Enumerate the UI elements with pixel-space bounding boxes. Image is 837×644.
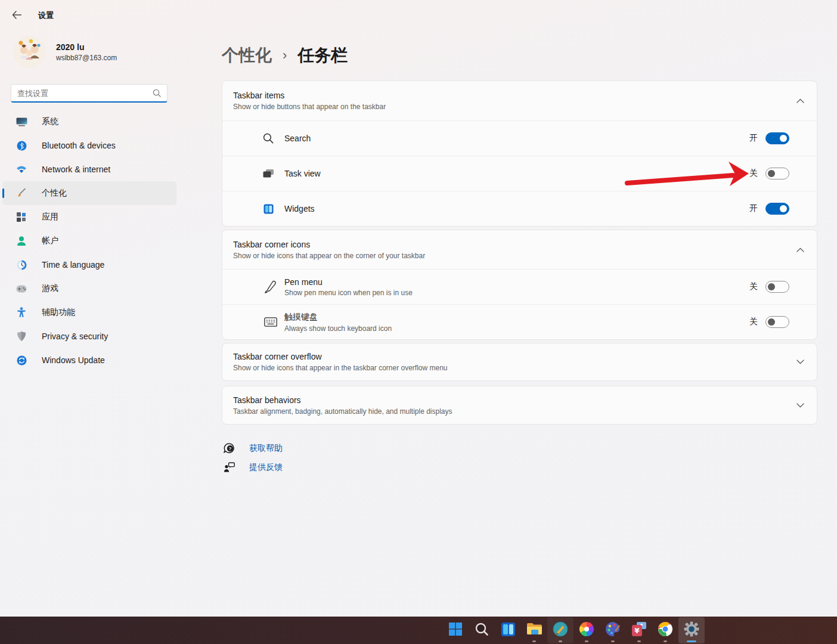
feedback-icon [223, 462, 235, 473]
settings-window: 设置 2020 lu wslbb87@163.com [0, 0, 837, 644]
taskbar-behaviors-card: Taskbar behaviors Taskbar alignment, bad… [222, 386, 817, 425]
chevron-up-icon[interactable] [792, 92, 808, 109]
give-feedback-link[interactable]: 提供反馈 [223, 462, 283, 473]
sidebar: 2020 lu wslbb87@163.com 系统 Bluetooth & [0, 0, 179, 617]
row-description: Always show touch keyboard icon [284, 324, 392, 333]
palette-app-button[interactable] [600, 617, 626, 643]
toggle-zone: 关 [749, 281, 789, 293]
toggle-zone: 关 [749, 168, 789, 179]
pencil-app-button[interactable] [547, 617, 574, 643]
section-title: Taskbar corner overflow [233, 352, 448, 361]
time-language-icon [16, 259, 27, 271]
bluetooth-icon [16, 140, 27, 151]
user-account-card[interactable]: 2020 lu wslbb87@163.com [13, 36, 117, 68]
search-input[interactable] [11, 89, 153, 98]
sidebar-item-accounts[interactable]: 帐户 [2, 229, 176, 253]
sidebar-item-bluetooth-devices[interactable]: Bluetooth & devices [2, 134, 176, 157]
toggle-state-label: 关 [749, 317, 758, 327]
network-icon [16, 163, 27, 175]
breadcrumb-personalization[interactable]: 个性化 [222, 44, 272, 67]
taskbar-search-icon [475, 622, 489, 639]
toggle-state-label: 开 [749, 133, 758, 144]
help-links: ? 获取帮助 提供反馈 [223, 442, 283, 473]
sidebar-nav: 系统 Bluetooth & devices Network & interne… [2, 110, 176, 372]
search-toggle-row: Search 开 [222, 120, 817, 156]
touch-keyboard-toggle[interactable] [765, 316, 789, 328]
svg-text:¥: ¥ [634, 627, 640, 635]
widgets-toggle[interactable] [765, 203, 789, 215]
sidebar-item-privacy-security[interactable]: Privacy & security [2, 324, 176, 348]
breadcrumb: 个性化 › 任务栏 [222, 44, 348, 67]
yen-pay-app-button[interactable]: ¥ [626, 617, 652, 643]
sidebar-item-label: Windows Update [42, 355, 105, 365]
row-text: Pen menu Show pen menu icon when pen is … [284, 277, 413, 297]
get-help-link[interactable]: ? 获取帮助 [223, 442, 283, 454]
taskbar-items-header[interactable]: Taskbar items Show or hide buttons that … [222, 81, 817, 120]
file-explorer-button[interactable] [521, 617, 547, 643]
pen-menu-toggle-row: Pen menu Show pen menu icon when pen is … [222, 269, 817, 304]
section-subtitle: Taskbar alignment, badging, automaticall… [233, 407, 452, 416]
taskbar-widgets-icon [501, 622, 516, 639]
chevron-down-icon[interactable] [792, 354, 808, 370]
sidebar-item-windows-update[interactable]: Windows Update [2, 348, 176, 372]
settings-gear-icon [684, 621, 699, 639]
user-name: 2020 lu [56, 42, 117, 52]
chevron-down-icon[interactable] [792, 397, 808, 414]
sidebar-item-label: Privacy & security [42, 332, 108, 341]
taskbar-corner-icons-header[interactable]: Taskbar corner icons Show or hide icons … [222, 230, 817, 269]
windows-update-icon [16, 354, 27, 366]
settings-button[interactable] [678, 617, 705, 643]
sidebar-item-personalization[interactable]: 个性化 [2, 181, 176, 205]
user-email: wslbb87@163.com [56, 54, 117, 62]
section-subtitle: Show or hide buttons that appear on the … [233, 103, 386, 111]
taskbar-search-button[interactable] [469, 617, 495, 643]
sidebar-item-time-language[interactable]: Time & language [2, 253, 176, 277]
toggle-state-label: 开 [749, 203, 758, 214]
toggle-zone: 开 [749, 203, 789, 215]
sidebar-item-accessibility[interactable]: 辅助功能 [2, 301, 176, 324]
system-taskbar: ¥ [0, 617, 837, 644]
taskbar-icons: ¥ [442, 617, 705, 643]
chevron-up-icon[interactable] [792, 242, 808, 258]
task-view-toggle[interactable] [765, 168, 789, 179]
widgets-icon [262, 202, 275, 215]
touch-keyboard-toggle-row: 触摸键盘 Always show touch keyboard icon 关 [222, 304, 817, 339]
search-icon [262, 132, 275, 145]
sidebar-item-gaming[interactable]: 游戏 [2, 277, 176, 301]
color-wheel-app-button[interactable] [574, 617, 600, 643]
row-text: 触摸键盘 Always show touch keyboard icon [284, 312, 392, 333]
get-help-icon: ? [223, 442, 235, 454]
section-title: Taskbar corner icons [233, 240, 425, 249]
pen-menu-toggle[interactable] [765, 281, 789, 293]
section-subtitle: Show or hide icons that appear on the co… [233, 252, 425, 260]
sidebar-item-label: 应用 [42, 212, 58, 222]
start-button[interactable] [442, 617, 469, 643]
taskbar-widgets-button[interactable] [495, 617, 521, 643]
sidebar-item-label: 辅助功能 [42, 307, 75, 318]
search-toggle[interactable] [765, 132, 789, 144]
taskbar-corner-overflow-header[interactable]: Taskbar corner overflow Show or hide ico… [222, 343, 817, 380]
sidebar-item-label: 个性化 [42, 188, 67, 199]
task-view-toggle-row: Task view 关 [222, 156, 817, 191]
row-label: Widgets [284, 204, 315, 213]
sidebar-item-network-internet[interactable]: Network & internet [2, 157, 176, 181]
taskbar-behaviors-header[interactable]: Taskbar behaviors Taskbar alignment, bad… [222, 386, 817, 424]
row-description: Show pen menu icon when pen is in use [284, 289, 413, 297]
palette-icon [605, 621, 621, 639]
chrome-button[interactable] [652, 617, 678, 643]
help-link-label: 获取帮助 [249, 443, 283, 454]
search-icon[interactable] [153, 89, 161, 97]
sidebar-item-system[interactable]: 系统 [2, 110, 176, 134]
file-explorer-icon [526, 623, 542, 638]
toggle-state-label: 关 [749, 168, 758, 179]
sidebar-item-label: 帐户 [42, 236, 58, 246]
toggle-zone: 关 [749, 316, 789, 328]
sidebar-item-label: Network & internet [42, 165, 110, 174]
avatar [13, 36, 45, 68]
sidebar-item-apps[interactable]: 应用 [2, 205, 176, 229]
row-label: Pen menu [284, 277, 413, 287]
gaming-icon [16, 283, 27, 295]
taskbar-corner-overflow-card: Taskbar corner overflow Show or hide ico… [222, 343, 817, 381]
color-wheel-icon [579, 621, 594, 639]
task-view-icon [262, 167, 275, 180]
